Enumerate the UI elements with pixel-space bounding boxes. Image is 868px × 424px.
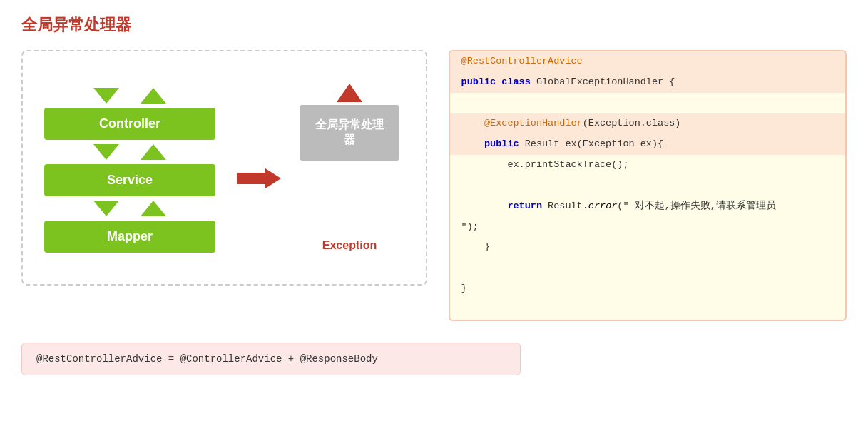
arrow-right-head — [265, 168, 281, 188]
kw-public-2: public — [484, 138, 519, 149]
exception-handler-arg: (Exception.class) — [583, 118, 681, 128]
code-line-2: public class GlobalExceptionHandler { — [450, 72, 845, 93]
mid-arrows-1 — [93, 143, 166, 161]
code-body-1: ex.printStackTrace(); — [507, 159, 628, 170]
arrow-up-red — [337, 84, 362, 102]
code-line-9: "); — [450, 217, 845, 238]
annotation-text-2: @ExceptionHandler — [484, 118, 583, 128]
code-body-4: (" 对不起,操作失败,请联系管理员 — [617, 201, 776, 211]
flow-boxes: Controller Service Mapper — [44, 84, 215, 253]
arrow-up-1 — [141, 88, 166, 104]
code-container: @RestControllerAdvice public class Globa… — [449, 50, 847, 321]
mid-arrows-2 — [93, 199, 166, 218]
arrow-up-3 — [141, 201, 166, 216]
controller-box: Controller — [44, 108, 215, 140]
code-line-12: } — [450, 278, 845, 299]
arrow-right-body — [237, 173, 265, 184]
page-title: 全局异常处理器 — [21, 14, 847, 36]
code-body-6: } — [484, 241, 490, 252]
arrow-right — [237, 168, 281, 188]
bottom-note: @RestControllerAdvice = @ControllerAdvic… — [21, 343, 521, 375]
code-body-2: Result. — [548, 201, 588, 211]
diagram-container: Controller Service Mapper — [21, 50, 427, 286]
class-name: GlobalExceptionHandler { — [536, 76, 675, 87]
main-content: Controller Service Mapper — [21, 50, 847, 321]
kw-public-1: public — [461, 76, 496, 87]
result-type: Result ex(Exception ex){ — [525, 138, 663, 149]
code-line-11 — [450, 258, 845, 278]
arrow-up-2 — [141, 144, 166, 160]
code-line-10: } — [450, 237, 845, 258]
global-handler-box: 全局异常处理器 — [300, 105, 399, 161]
arrow-down-2 — [93, 144, 119, 160]
code-line-6: ex.printStackTrace(); — [450, 155, 845, 176]
kw-class: class — [501, 76, 531, 87]
exception-label: Exception — [322, 239, 377, 252]
kw-return: return — [507, 201, 542, 211]
code-line-end — [450, 299, 845, 320]
top-arrows — [93, 86, 166, 105]
mapper-box: Mapper — [44, 221, 215, 253]
code-line-1: @RestControllerAdvice — [450, 51, 845, 72]
code-line-7 — [450, 176, 845, 196]
annotation-text-1: @RestControllerAdvice — [461, 56, 583, 66]
code-line-3 — [450, 93, 845, 113]
code-line-4: @ExceptionHandler(Exception.class) — [450, 113, 845, 134]
arrow-down-1 — [93, 88, 119, 104]
arrow-down-3 — [93, 201, 119, 216]
code-line-8: return Result.error(" 对不起,操作失败,请联系管理员 — [450, 196, 845, 217]
code-line-5: public Result ex(Exception ex){ — [450, 134, 845, 155]
code-body-7: } — [461, 283, 467, 293]
code-body-5: "); — [461, 221, 479, 232]
service-box: Service — [44, 164, 215, 196]
code-body-3: error — [588, 201, 618, 211]
